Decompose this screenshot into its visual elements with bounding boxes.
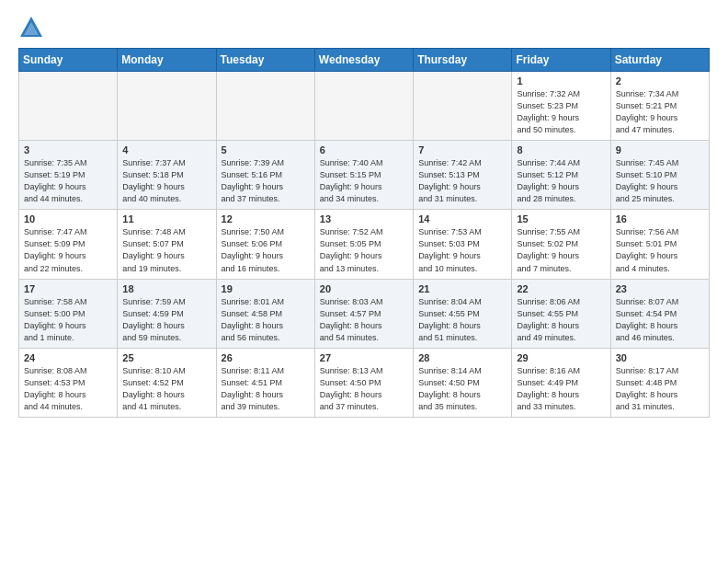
day-info: Sunrise: 7:34 AMSunset: 5:21 PMDaylight:… xyxy=(616,88,704,136)
calendar-day: 25Sunrise: 8:10 AMSunset: 4:52 PMDayligh… xyxy=(118,348,216,417)
day-info: Sunrise: 8:04 AMSunset: 4:55 PMDaylight:… xyxy=(418,296,506,344)
calendar-day xyxy=(314,72,413,141)
calendar-day: 11Sunrise: 7:48 AMSunset: 5:07 PMDayligh… xyxy=(118,210,216,279)
day-number: 1 xyxy=(517,75,605,86)
day-info: Sunrise: 7:32 AMSunset: 5:23 PMDaylight:… xyxy=(517,88,605,136)
calendar-week-row: 3Sunrise: 7:35 AMSunset: 5:19 PMDaylight… xyxy=(19,141,710,210)
day-info: Sunrise: 7:44 AMSunset: 5:12 PMDaylight:… xyxy=(517,157,605,205)
calendar-day: 27Sunrise: 8:13 AMSunset: 4:50 PMDayligh… xyxy=(314,348,413,417)
day-info: Sunrise: 7:48 AMSunset: 5:07 PMDaylight:… xyxy=(122,226,210,274)
day-info: Sunrise: 7:55 AMSunset: 5:02 PMDaylight:… xyxy=(517,226,605,274)
header-wednesday: Wednesday xyxy=(314,49,413,72)
calendar-day: 4Sunrise: 7:37 AMSunset: 5:18 PMDaylight… xyxy=(118,141,216,210)
calendar-day: 17Sunrise: 7:58 AMSunset: 5:00 PMDayligh… xyxy=(19,279,118,348)
day-info: Sunrise: 7:40 AMSunset: 5:15 PMDaylight:… xyxy=(320,157,408,205)
day-info: Sunrise: 8:11 AMSunset: 4:51 PMDaylight:… xyxy=(222,365,310,413)
calendar-day: 18Sunrise: 7:59 AMSunset: 4:59 PMDayligh… xyxy=(118,279,216,348)
calendar-week-row: 24Sunrise: 8:08 AMSunset: 4:53 PMDayligh… xyxy=(19,348,710,417)
calendar-header-row: SundayMondayTuesdayWednesdayThursdayFrid… xyxy=(19,49,710,72)
day-number: 15 xyxy=(517,213,605,224)
calendar-day: 9Sunrise: 7:45 AMSunset: 5:10 PMDaylight… xyxy=(610,141,709,210)
day-number: 28 xyxy=(418,352,506,363)
calendar-day: 29Sunrise: 8:16 AMSunset: 4:49 PMDayligh… xyxy=(512,348,610,417)
day-info: Sunrise: 7:37 AMSunset: 5:18 PMDaylight:… xyxy=(122,157,210,205)
calendar-day: 8Sunrise: 7:44 AMSunset: 5:12 PMDaylight… xyxy=(512,141,610,210)
day-info: Sunrise: 7:45 AMSunset: 5:10 PMDaylight:… xyxy=(616,157,704,205)
calendar-day: 5Sunrise: 7:39 AMSunset: 5:16 PMDaylight… xyxy=(216,141,314,210)
calendar-week-row: 17Sunrise: 7:58 AMSunset: 5:00 PMDayligh… xyxy=(19,279,710,348)
day-number: 16 xyxy=(616,213,704,224)
calendar-day: 1Sunrise: 7:32 AMSunset: 5:23 PMDaylight… xyxy=(512,72,610,141)
header-saturday: Saturday xyxy=(610,49,709,72)
calendar-day: 22Sunrise: 8:06 AMSunset: 4:55 PMDayligh… xyxy=(512,279,610,348)
calendar-day xyxy=(414,72,512,141)
day-info: Sunrise: 8:10 AMSunset: 4:52 PMDaylight:… xyxy=(122,365,210,413)
calendar-day: 21Sunrise: 8:04 AMSunset: 4:55 PMDayligh… xyxy=(414,279,512,348)
day-number: 21 xyxy=(418,283,506,294)
calendar-day: 23Sunrise: 8:07 AMSunset: 4:54 PMDayligh… xyxy=(610,279,709,348)
day-number: 29 xyxy=(517,352,605,363)
day-number: 24 xyxy=(24,352,112,363)
page: SundayMondayTuesdayWednesdayThursdayFrid… xyxy=(0,0,728,563)
calendar-week-row: 10Sunrise: 7:47 AMSunset: 5:09 PMDayligh… xyxy=(19,210,710,279)
day-number: 23 xyxy=(616,283,704,294)
day-number: 19 xyxy=(222,283,310,294)
day-number: 11 xyxy=(122,213,210,224)
calendar-week-row: 1Sunrise: 7:32 AMSunset: 5:23 PMDaylight… xyxy=(19,72,710,141)
calendar-day: 3Sunrise: 7:35 AMSunset: 5:19 PMDaylight… xyxy=(19,141,118,210)
calendar-day: 6Sunrise: 7:40 AMSunset: 5:15 PMDaylight… xyxy=(314,141,413,210)
header-monday: Monday xyxy=(118,49,216,72)
day-info: Sunrise: 8:13 AMSunset: 4:50 PMDaylight:… xyxy=(320,365,408,413)
calendar-day xyxy=(19,72,118,141)
day-info: Sunrise: 8:01 AMSunset: 4:58 PMDaylight:… xyxy=(222,296,310,344)
calendar-day: 30Sunrise: 8:17 AMSunset: 4:48 PMDayligh… xyxy=(610,348,709,417)
day-info: Sunrise: 8:03 AMSunset: 4:57 PMDaylight:… xyxy=(320,296,408,344)
day-info: Sunrise: 8:06 AMSunset: 4:55 PMDaylight:… xyxy=(517,296,605,344)
day-info: Sunrise: 7:35 AMSunset: 5:19 PMDaylight:… xyxy=(24,157,112,205)
calendar-day: 15Sunrise: 7:55 AMSunset: 5:02 PMDayligh… xyxy=(512,210,610,279)
header-tuesday: Tuesday xyxy=(216,49,314,72)
day-info: Sunrise: 8:16 AMSunset: 4:49 PMDaylight:… xyxy=(517,365,605,413)
calendar-day: 26Sunrise: 8:11 AMSunset: 4:51 PMDayligh… xyxy=(216,348,314,417)
day-info: Sunrise: 8:14 AMSunset: 4:50 PMDaylight:… xyxy=(418,365,506,413)
day-info: Sunrise: 7:39 AMSunset: 5:16 PMDaylight:… xyxy=(222,157,310,205)
day-number: 5 xyxy=(222,144,310,155)
calendar-day xyxy=(216,72,314,141)
calendar-day: 13Sunrise: 7:52 AMSunset: 5:05 PMDayligh… xyxy=(314,210,413,279)
calendar-day: 16Sunrise: 7:56 AMSunset: 5:01 PMDayligh… xyxy=(610,210,709,279)
day-info: Sunrise: 8:08 AMSunset: 4:53 PMDaylight:… xyxy=(24,365,112,413)
day-number: 3 xyxy=(24,144,112,155)
day-info: Sunrise: 7:58 AMSunset: 5:00 PMDaylight:… xyxy=(24,296,112,344)
header-thursday: Thursday xyxy=(414,49,512,72)
day-number: 7 xyxy=(418,144,506,155)
day-info: Sunrise: 7:47 AMSunset: 5:09 PMDaylight:… xyxy=(24,226,112,274)
day-number: 12 xyxy=(222,213,310,224)
calendar-day: 10Sunrise: 7:47 AMSunset: 5:09 PMDayligh… xyxy=(19,210,118,279)
calendar-day: 19Sunrise: 8:01 AMSunset: 4:58 PMDayligh… xyxy=(216,279,314,348)
header-sunday: Sunday xyxy=(19,49,118,72)
day-info: Sunrise: 8:07 AMSunset: 4:54 PMDaylight:… xyxy=(616,296,704,344)
day-number: 26 xyxy=(222,352,310,363)
header-friday: Friday xyxy=(512,49,610,72)
day-info: Sunrise: 7:52 AMSunset: 5:05 PMDaylight:… xyxy=(320,226,408,274)
day-info: Sunrise: 7:59 AMSunset: 4:59 PMDaylight:… xyxy=(122,296,210,344)
day-info: Sunrise: 7:42 AMSunset: 5:13 PMDaylight:… xyxy=(418,157,506,205)
day-number: 13 xyxy=(320,213,408,224)
day-info: Sunrise: 7:56 AMSunset: 5:01 PMDaylight:… xyxy=(616,226,704,274)
calendar-day: 28Sunrise: 8:14 AMSunset: 4:50 PMDayligh… xyxy=(414,348,512,417)
day-number: 18 xyxy=(122,283,210,294)
day-info: Sunrise: 7:50 AMSunset: 5:06 PMDaylight:… xyxy=(222,226,310,274)
day-number: 6 xyxy=(320,144,408,155)
day-number: 17 xyxy=(24,283,112,294)
logo xyxy=(18,15,48,40)
day-number: 4 xyxy=(122,144,210,155)
day-number: 9 xyxy=(616,144,704,155)
calendar-day: 24Sunrise: 8:08 AMSunset: 4:53 PMDayligh… xyxy=(19,348,118,417)
day-number: 22 xyxy=(517,283,605,294)
day-info: Sunrise: 8:17 AMSunset: 4:48 PMDaylight:… xyxy=(616,365,704,413)
calendar: SundayMondayTuesdayWednesdayThursdayFrid… xyxy=(18,48,710,418)
day-number: 14 xyxy=(418,213,506,224)
calendar-day: 12Sunrise: 7:50 AMSunset: 5:06 PMDayligh… xyxy=(216,210,314,279)
header xyxy=(18,15,710,40)
logo-icon xyxy=(18,15,44,40)
